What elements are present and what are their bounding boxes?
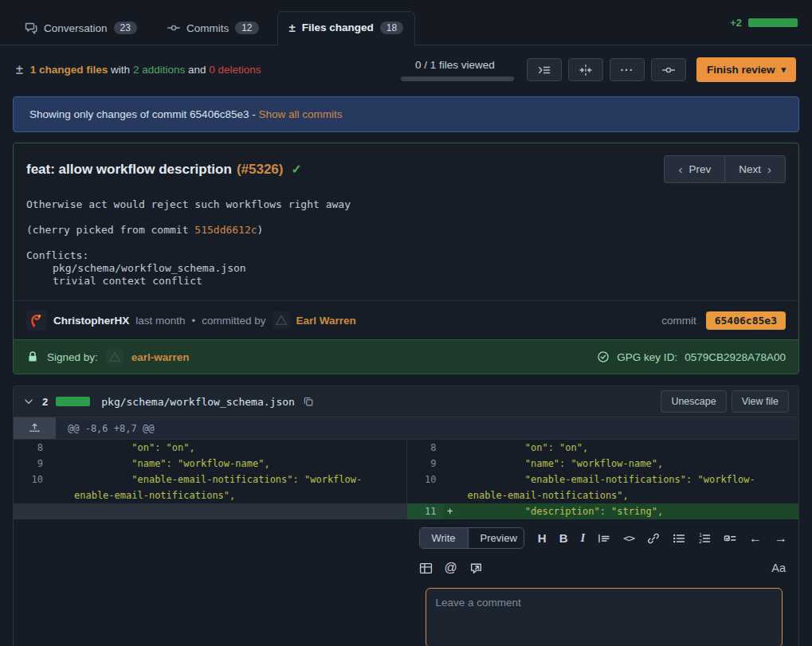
unescape-button[interactable]: Unescape	[661, 390, 726, 413]
signer-avatar[interactable]	[106, 348, 124, 366]
commit-icon	[167, 22, 180, 34]
old-line-number[interactable]: 8	[14, 440, 50, 456]
redo-button[interactable]: →	[775, 531, 787, 546]
reference-button[interactable]	[469, 562, 483, 575]
quote-button[interactable]	[598, 532, 610, 545]
inline-comment-form: Write Preview H B I <>	[406, 519, 799, 646]
commit-filter-banner: Showing only changes of commit 65406c85e…	[13, 96, 799, 132]
tab-commits[interactable]: Commits 12	[155, 12, 271, 45]
bold-button[interactable]: B	[559, 531, 568, 545]
split-diff-icon	[579, 64, 592, 76]
new-line-number[interactable]: 9	[407, 456, 444, 472]
cherry-pick-hash-link[interactable]: 515dd6612c	[194, 224, 257, 236]
summary-with-text: with	[111, 64, 130, 76]
file-tree-toggle-button[interactable]	[527, 58, 562, 81]
font-toggle[interactable]: Aa	[771, 562, 787, 574]
committer-avatar[interactable]	[273, 311, 290, 329]
diff-left-cell: 10 "enable-email-notifications": "workfl…	[14, 472, 406, 503]
changed-files-count[interactable]: 1 changed files	[30, 64, 108, 76]
review-controls: 0 / 1 files viewed ···	[401, 57, 796, 82]
issue-link[interactable]: (#5326)	[237, 162, 284, 178]
view-file-button[interactable]: View file	[732, 390, 789, 413]
additions-count: 2 additions	[133, 64, 185, 76]
link-button[interactable]	[647, 532, 660, 545]
diff-view-style-button[interactable]	[568, 58, 603, 81]
summary-and-text: and	[188, 64, 206, 76]
file-tree-icon	[538, 64, 551, 76]
conflict-note: trivial context conflict	[26, 275, 786, 288]
pr-tab-bar: Conversation 23 Commits 12 ± Files chang…	[0, 0, 812, 45]
diff-options-button[interactable]: ···	[610, 58, 645, 81]
new-code-line: "description": "string",	[457, 503, 799, 519]
heading-button[interactable]: H	[538, 531, 547, 545]
commit-sha-badge[interactable]: 65406c85e3	[706, 311, 786, 330]
commit-sha-area: commit 65406c85e3	[661, 311, 786, 330]
tab-conversation[interactable]: Conversation 23	[13, 12, 149, 45]
gpg-key-label: GPG key ID:	[617, 351, 677, 363]
tab-commits-count: 12	[235, 22, 258, 34]
caret-down-icon: ▾	[781, 65, 786, 75]
new-line-number[interactable]: 10	[407, 472, 444, 503]
copy-filename-icon[interactable]	[303, 396, 314, 407]
commit-author-row: ChristopherHX last month • committed by …	[14, 300, 798, 339]
diff-file-box: 2 pkg/schema/workflow_schema.json Unesca…	[13, 386, 799, 646]
cherry-pick-close: )	[257, 224, 264, 236]
ellipsis-icon: ···	[620, 64, 634, 76]
hunk-range-text: @@ -8,6 +8,7 @@	[56, 423, 154, 434]
gpg-key-value: 0579CB2928A78A00	[685, 351, 786, 363]
new-line-number[interactable]: 8	[407, 440, 444, 456]
deletions-count: 0 deletions	[209, 64, 261, 76]
next-label: Next	[739, 163, 761, 175]
table-button[interactable]	[419, 562, 433, 575]
old-line-number[interactable]: 10	[14, 472, 50, 503]
commit-title-text: feat: allow workflow description	[26, 162, 232, 178]
write-tab[interactable]: Write	[420, 528, 469, 548]
diff-right-cell: 9 "name": "workflow-name",	[406, 456, 799, 472]
new-line-number[interactable]: 11	[407, 503, 444, 519]
commit-header: feat: allow workflow description (#5326)…	[14, 143, 798, 193]
comment-textarea[interactable]	[426, 588, 783, 646]
gpg-key-area: GPG key ID: 0579CB2928A78A00	[597, 350, 786, 363]
code-button[interactable]: <>	[623, 532, 634, 544]
write-preview-switch: Write Preview	[419, 527, 524, 549]
author-avatar[interactable]	[26, 310, 47, 331]
tab-conversation-label: Conversation	[44, 22, 108, 34]
undo-button[interactable]: ←	[749, 531, 762, 546]
old-line-number[interactable]: 9	[14, 456, 50, 472]
expand-hunk-button[interactable]	[14, 417, 56, 439]
show-all-commits-link[interactable]: Show all commits	[258, 108, 342, 120]
old-code-line: "enable-email-notifications": "workflow-…	[63, 472, 406, 503]
italic-button[interactable]: I	[581, 531, 586, 545]
next-commit-button[interactable]: Next ›	[724, 155, 786, 183]
signer-name[interactable]: earl-warren	[131, 351, 190, 363]
finish-review-button[interactable]: Finish review ▾	[696, 57, 796, 82]
bullet-list-button[interactable]	[673, 532, 685, 545]
commit-detail-box: feat: allow workflow description (#5326)…	[13, 143, 799, 374]
expand-up-icon	[29, 422, 41, 434]
preview-tab[interactable]: Preview	[469, 528, 524, 548]
diff-row: 11 + "description": "string",	[14, 503, 798, 519]
commit-icon	[662, 64, 675, 76]
committer-name[interactable]: Earl Warren	[296, 315, 356, 327]
author-name[interactable]: ChristopherHX	[53, 315, 129, 327]
commit-select-button[interactable]	[651, 58, 686, 81]
prev-commit-button[interactable]: ‹ Prev	[664, 155, 724, 183]
chevron-down-icon[interactable]	[23, 396, 34, 407]
signed-by-label: Signed by:	[47, 351, 98, 363]
numbered-list-button[interactable]: 1 2	[698, 532, 711, 545]
commit-pagination: ‹ Prev Next ›	[664, 155, 786, 183]
file-diffstat-bar	[56, 397, 90, 406]
mention-button[interactable]: @	[445, 561, 457, 575]
task-list-button[interactable]	[724, 532, 736, 545]
new-code-line: "name": "workflow-name",	[457, 456, 799, 472]
diff-file-actions: Unescape View file	[661, 390, 789, 413]
tab-files-changed[interactable]: ± Files changed 18	[277, 11, 416, 45]
plus-minus-icon: ±	[16, 63, 23, 77]
commit-signature-row: Signed by: earl-warren GPG key ID: 0579C…	[14, 339, 798, 374]
new-code-line: "enable-email-notifications": "workflow-…	[457, 472, 799, 503]
new-code-line: "on": "on",	[457, 440, 799, 456]
committed-by-text: committed by	[202, 315, 265, 327]
commit-message-body: Otherwise act would reject such workflow…	[14, 193, 798, 300]
diff-right-cell: 8 "on": "on",	[406, 440, 799, 456]
diff-left-empty-cell	[14, 503, 406, 519]
